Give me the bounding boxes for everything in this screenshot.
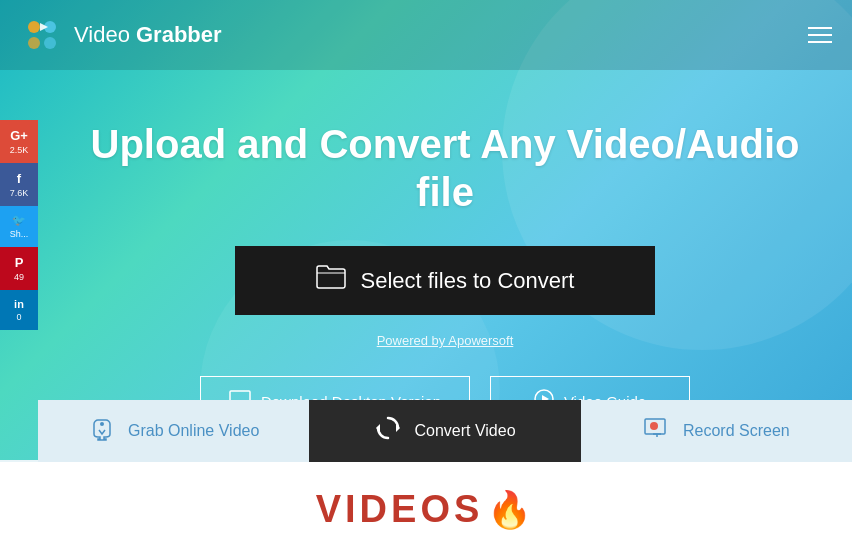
tab-convert-label: Convert Video [414, 422, 515, 440]
logo-text-light: Video [74, 22, 136, 47]
flame-icon: 🔥 [487, 489, 536, 531]
hamburger-line-1 [808, 27, 832, 29]
social-pinterest[interactable]: P 49 [0, 247, 38, 290]
social-facebook[interactable]: f 7.6K [0, 163, 38, 206]
twitter-icon: 🐦 [12, 214, 26, 227]
social-twitter[interactable]: 🐦 Sh... [0, 206, 38, 247]
videos-text-label: VIDEOS [316, 488, 484, 531]
twitter-count: Sh... [10, 229, 29, 239]
pinterest-icon: P [15, 255, 24, 270]
headline: Upload and Convert Any Video/Audio file [85, 120, 805, 216]
tab-grab-label: Grab Online Video [128, 422, 259, 440]
linkedin-count: 0 [16, 312, 21, 322]
svg-point-2 [28, 37, 40, 49]
powered-link[interactable]: Powered by Apowersoft [377, 333, 514, 348]
pinterest-count: 49 [14, 272, 24, 282]
svg-point-0 [28, 21, 40, 33]
google-icon: G+ [10, 128, 28, 143]
facebook-icon: f [17, 171, 21, 186]
hamburger-line-2 [808, 34, 832, 36]
main-content: Upload and Convert Any Video/Audio file … [38, 70, 852, 427]
tab-record-label: Record Screen [683, 422, 790, 440]
google-count: 2.5K [10, 145, 29, 155]
convert-icon [374, 414, 402, 448]
logo-text-bold: Grabber [136, 22, 222, 47]
bottom-section: VIDEOS🔥 [0, 462, 852, 557]
logo-area: Video Grabber [20, 13, 222, 57]
svg-point-3 [44, 37, 56, 49]
svg-point-17 [650, 422, 658, 430]
logo-text: Video Grabber [74, 22, 222, 48]
header: Video Grabber [0, 0, 852, 70]
folder-icon [316, 264, 346, 297]
videos-branding: VIDEOS🔥 [316, 488, 537, 531]
logo-icon [20, 13, 64, 57]
svg-point-11 [100, 422, 104, 426]
select-files-label: Select files to Convert [361, 268, 575, 294]
grab-icon [88, 414, 116, 448]
tab-grab-online-video[interactable]: Grab Online Video [38, 400, 309, 462]
linkedin-icon: in [14, 298, 24, 310]
facebook-count: 7.6K [10, 188, 29, 198]
tab-convert-video[interactable]: Convert Video [309, 400, 580, 462]
tab-record-screen[interactable]: Record Screen [581, 400, 852, 462]
tab-bar: Grab Online Video Convert Video Record S… [38, 400, 852, 462]
social-linkedin[interactable]: in 0 [0, 290, 38, 330]
hamburger-menu[interactable] [808, 27, 832, 43]
social-google[interactable]: G+ 2.5K [0, 120, 38, 163]
hamburger-line-3 [808, 41, 832, 43]
social-sidebar: G+ 2.5K f 7.6K 🐦 Sh... P 49 in 0 [0, 120, 38, 330]
select-files-button[interactable]: Select files to Convert [235, 246, 655, 315]
record-icon [643, 414, 671, 448]
